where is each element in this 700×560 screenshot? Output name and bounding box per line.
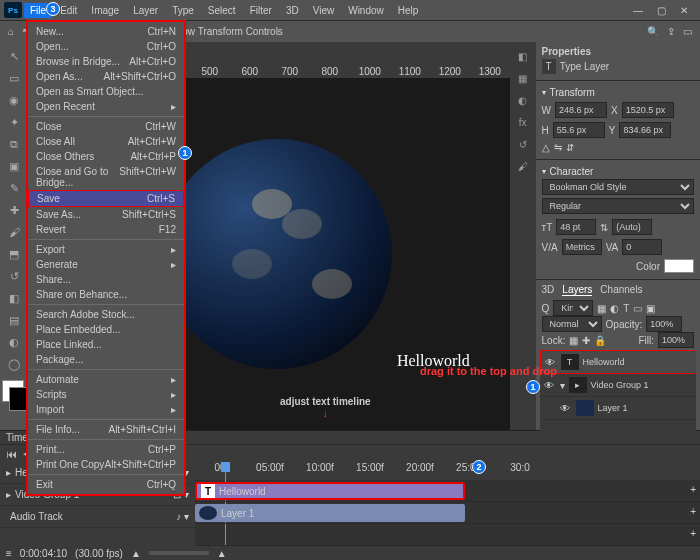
file-menu-item[interactable]: Close AllAlt+Ctrl+W (28, 134, 184, 149)
height-input[interactable] (553, 122, 605, 138)
file-menu-item[interactable]: Open Recent▸ (28, 99, 184, 114)
tracking-input[interactable] (562, 239, 602, 255)
maximize-icon[interactable]: ▢ (657, 5, 666, 16)
opacity-input[interactable] (646, 316, 682, 332)
filter-smart-icon[interactable]: ▣ (646, 303, 655, 314)
panel-icon-brushes[interactable]: 🖌 (512, 156, 534, 176)
file-menu-item[interactable]: Place Linked... (28, 337, 184, 352)
panel-icon-history[interactable]: ↺ (512, 134, 534, 154)
layer-layer1[interactable]: 👁 Layer 1 (540, 397, 696, 420)
timeline-menu-icon[interactable]: ≡ (6, 548, 12, 559)
flip-h-icon[interactable]: ⇋ (554, 142, 562, 153)
share-icon[interactable]: ⇪ (667, 26, 675, 37)
file-menu-item[interactable]: Save As...Shift+Ctrl+S (28, 207, 184, 222)
gradient-tool[interactable]: ▤ (2, 310, 26, 330)
file-menu-item[interactable]: Share... (28, 272, 184, 287)
lock-all-icon[interactable]: ▦ (569, 335, 578, 346)
menu-help[interactable]: Help (392, 3, 425, 18)
move-tool[interactable]: ↖ (2, 46, 26, 66)
stamp-tool[interactable]: ⬒ (2, 244, 26, 264)
text-color-swatch[interactable] (664, 259, 694, 273)
tab-layers[interactable]: Layers (562, 284, 592, 296)
menu-select[interactable]: Select (202, 3, 242, 18)
visibility-icon[interactable]: 👁 (545, 357, 557, 368)
menu-type[interactable]: Type (166, 3, 200, 18)
file-menu-item[interactable]: Open...Ctrl+O (28, 39, 184, 54)
dodge-tool[interactable]: ◯ (2, 354, 26, 374)
panel-icon-color[interactable]: ◧ (512, 46, 534, 66)
file-menu-item[interactable]: Print...Ctrl+P (28, 439, 184, 457)
close-icon[interactable]: ✕ (680, 5, 688, 16)
lock-pixel-icon[interactable]: 🔒 (594, 335, 606, 346)
x-input[interactable] (622, 102, 674, 118)
add-clip-icon[interactable]: + (690, 528, 696, 539)
menu-image[interactable]: Image (85, 3, 125, 18)
panel-icon-swatches[interactable]: ▦ (512, 68, 534, 88)
eyedropper-tool[interactable]: ✎ (2, 178, 26, 198)
kind-select[interactable]: Kind (553, 300, 593, 316)
lock-pos-icon[interactable]: ✚ (582, 335, 590, 346)
file-menu-item[interactable]: Generate▸ (28, 257, 184, 272)
track-audio[interactable]: Audio Track♪ ▾ (0, 506, 195, 528)
file-menu-item[interactable]: ExitCtrl+Q (28, 474, 184, 492)
file-menu-item[interactable]: Browse in Bridge...Alt+Ctrl+O (28, 54, 184, 69)
color-swatches[interactable] (2, 380, 24, 402)
minimize-icon[interactable]: — (633, 5, 643, 16)
character-header[interactable]: Character (542, 164, 694, 179)
panel-icon-styles[interactable]: fx (512, 112, 534, 132)
frame-tool[interactable]: ▣ (2, 156, 26, 176)
menu-3d[interactable]: 3D (280, 3, 305, 18)
rotate-icon[interactable]: △ (542, 142, 550, 153)
y-input[interactable] (619, 122, 671, 138)
zoom-slider[interactable] (149, 551, 209, 555)
filter-type-icon[interactable]: T (623, 303, 629, 314)
file-menu-item[interactable]: New...Ctrl+N (28, 24, 184, 39)
zoom-in-icon[interactable]: ▲ (217, 548, 227, 559)
file-menu-item[interactable]: Automate▸ (28, 369, 184, 387)
filter-adjust-icon[interactable]: ◐ (610, 303, 619, 314)
clip-layer1[interactable]: Layer 1 (195, 504, 465, 522)
group-toggle-icon[interactable]: ▾ (560, 380, 565, 391)
filter-shape-icon[interactable]: ▭ (633, 303, 642, 314)
file-menu-item[interactable]: Close and Go to Bridge...Shift+Ctrl+W (28, 164, 184, 190)
zoom-out-icon[interactable]: ▲ (131, 548, 141, 559)
file-menu-item[interactable]: Search Adobe Stock... (28, 304, 184, 322)
layer-video-group[interactable]: 👁 ▾ ▸ Video Group 1 (540, 374, 696, 397)
add-clip-icon[interactable]: + (690, 506, 696, 517)
file-menu-item[interactable]: Open as Smart Object... (28, 84, 184, 99)
brush-tool[interactable]: 🖌 (2, 222, 26, 242)
panel-icon-adjust[interactable]: ◐ (512, 90, 534, 110)
file-menu-item[interactable]: File Info...Alt+Shift+Ctrl+I (28, 419, 184, 437)
file-menu-item[interactable]: CloseCtrl+W (28, 116, 184, 134)
width-input[interactable] (555, 102, 607, 118)
file-menu-item[interactable]: Share on Behance... (28, 287, 184, 302)
file-menu-item[interactable]: Import▸ (28, 402, 184, 417)
crop-tool[interactable]: ⧉ (2, 134, 26, 154)
first-frame-icon[interactable]: ⏮ (6, 448, 17, 460)
file-menu-item[interactable]: SaveCtrl+S (28, 190, 184, 207)
layer-helloworld[interactable]: 👁 T Helloworld (540, 350, 696, 374)
file-menu-item[interactable]: Open As...Alt+Shift+Ctrl+O (28, 69, 184, 84)
visibility-icon[interactable]: 👁 (544, 380, 556, 391)
font-weight-select[interactable]: Regular (542, 198, 694, 214)
file-menu-item[interactable]: Print One CopyAlt+Shift+Ctrl+P (28, 457, 184, 472)
kerning-input[interactable] (622, 239, 662, 255)
visibility-icon[interactable]: 👁 (560, 403, 572, 414)
menu-window[interactable]: Window (342, 3, 390, 18)
blur-tool[interactable]: ◐ (2, 332, 26, 352)
text-layer-overlay[interactable]: Helloworld (397, 352, 470, 370)
search-icon[interactable]: 🔍 (647, 26, 659, 37)
home-icon[interactable]: ⌂ (8, 26, 14, 37)
clip-helloworld[interactable]: THelloworld (195, 482, 465, 500)
file-menu-item[interactable]: Scripts▸ (28, 387, 184, 402)
tab-3d[interactable]: 3D (542, 284, 555, 296)
eraser-tool[interactable]: ◧ (2, 288, 26, 308)
menu-view[interactable]: View (307, 3, 341, 18)
leading-input[interactable] (612, 219, 652, 235)
file-menu-item[interactable]: RevertF12 (28, 222, 184, 237)
font-size-input[interactable] (556, 219, 596, 235)
wand-tool[interactable]: ✦ (2, 112, 26, 132)
marquee-tool[interactable]: ▭ (2, 68, 26, 88)
file-menu-item[interactable]: Close OthersAlt+Ctrl+P (28, 149, 184, 164)
blend-mode-select[interactable]: Normal (542, 316, 602, 332)
